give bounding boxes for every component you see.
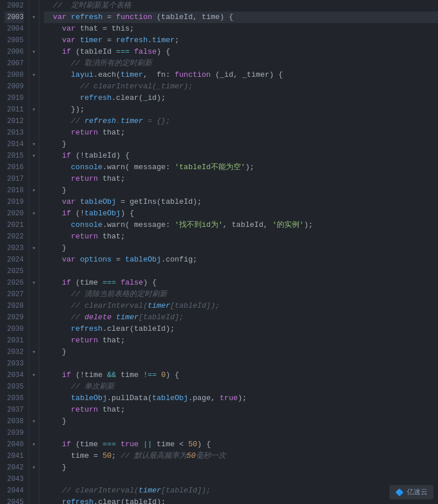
line-number: 2005	[5, 35, 24, 46]
line-number: 2025	[5, 266, 24, 277]
line-number: 2004	[5, 23, 24, 35]
gutter-cell	[29, 92, 39, 104]
gutter: ▾▾▾▾▾▾▾▾▾▾▾▾▾▾▾▾▾▾▾▾	[29, 0, 39, 504]
fold-icon[interactable]: ▾	[29, 69, 39, 81]
fold-icon[interactable]: ▾	[29, 12, 39, 23]
code-line: var that = this;	[44, 23, 438, 35]
gutter-cell	[29, 323, 39, 335]
gutter-cell	[29, 404, 39, 416]
code-lines: // 定时刷新某个表格 var refresh = function (tabl…	[39, 0, 438, 504]
line-number: 2031	[5, 335, 24, 346]
gutter-cell	[29, 381, 39, 393]
line-number: 2041	[5, 450, 24, 462]
code-line: // refresh.timer = {};	[44, 115, 438, 127]
gutter-cell	[29, 162, 39, 173]
fold-icon[interactable]: ▾	[29, 139, 39, 150]
fold-icon[interactable]: ▾	[29, 439, 39, 450]
line-number: 2032	[5, 346, 24, 358]
line-number: 2021	[5, 219, 24, 231]
fold-icon[interactable]: ▾	[29, 104, 39, 115]
code-line: if (!tableId) {	[44, 150, 438, 162]
code-line: if (tableId === false) {	[44, 46, 438, 58]
code-line: refresh.clear(_id);	[44, 92, 438, 104]
gutter-cell	[29, 485, 39, 496]
code-line	[44, 266, 438, 277]
code-editor: 2002200320042005200620072008200920102011…	[0, 0, 438, 504]
line-number: 2045	[5, 496, 24, 504]
code-line: }	[44, 416, 438, 427]
line-number: 2042	[5, 462, 24, 473]
line-number: 2002	[5, 0, 24, 12]
fold-icon[interactable]: ▾	[29, 416, 39, 427]
gutter-cell	[29, 219, 39, 231]
line-number: 2023	[5, 242, 24, 254]
line-number: 2019	[5, 196, 24, 208]
line-number: 2024	[5, 254, 24, 266]
gutter-cell	[29, 289, 39, 300]
fold-icon[interactable]: ▾	[29, 277, 39, 289]
code-line: console.warn( message: '找不到id为', tableId…	[44, 219, 438, 231]
line-number: 2043	[5, 473, 24, 485]
gutter-cell	[29, 450, 39, 462]
line-number: 2039	[5, 427, 24, 439]
code-line: }	[44, 139, 438, 150]
code-line: return that;	[44, 231, 438, 242]
line-number: 2026	[5, 277, 24, 289]
code-line: // clearInterval(_timer);	[44, 81, 438, 92]
code-line: if (!tableObj) {	[44, 208, 438, 219]
code-line: var timer = refresh.timer;	[44, 35, 438, 46]
fold-icon[interactable]: ▾	[29, 242, 39, 254]
code-area: 2002200320042005200620072008200920102011…	[0, 0, 438, 504]
fold-icon[interactable]: ▾	[29, 208, 39, 219]
gutter-cell	[29, 427, 39, 439]
gutter-cell	[29, 312, 39, 323]
line-number: 2003	[5, 12, 24, 23]
gutter-cell	[29, 0, 39, 12]
gutter-cell	[29, 115, 39, 127]
line-number: 2006	[5, 46, 24, 58]
gutter-cell	[29, 81, 39, 92]
gutter-cell	[29, 196, 39, 208]
code-line	[44, 358, 438, 369]
gutter-cell	[29, 173, 39, 185]
gutter-cell	[29, 231, 39, 242]
line-numbers: 2002200320042005200620072008200920102011…	[0, 0, 29, 504]
watermark-icon: 🔷	[395, 488, 404, 496]
line-number: 2027	[5, 289, 24, 300]
code-line	[44, 427, 438, 439]
line-number: 2030	[5, 323, 24, 335]
code-line: refresh.clear(tableId);	[44, 323, 438, 335]
line-number: 2014	[5, 139, 24, 150]
gutter-cell	[29, 393, 39, 404]
watermark: 🔷 亿速云	[389, 485, 433, 499]
line-number: 2018	[5, 185, 24, 196]
line-number: 2035	[5, 381, 24, 393]
line-number: 2036	[5, 393, 24, 404]
line-number: 2044	[5, 485, 24, 496]
fold-icon[interactable]: ▾	[29, 185, 39, 196]
code-line: }	[44, 346, 438, 358]
line-number: 2034	[5, 369, 24, 381]
code-line: refresh.clear(tableId);	[44, 496, 438, 504]
fold-icon[interactable]: ▾	[29, 369, 39, 381]
code-line: return that;	[44, 404, 438, 416]
fold-icon[interactable]: ▾	[29, 346, 39, 358]
line-number: 2008	[5, 69, 24, 81]
fold-icon[interactable]: ▾	[29, 462, 39, 473]
line-number: 2038	[5, 416, 24, 427]
code-line: // 清除当前表格的定时刷新	[44, 289, 438, 300]
code-line: var options = tableObj.config;	[44, 254, 438, 266]
line-number: 2011	[5, 104, 24, 115]
fold-icon[interactable]: ▾	[29, 150, 39, 162]
gutter-cell	[29, 300, 39, 312]
watermark-text: 亿速云	[407, 487, 428, 497]
code-line: // clearInterval(timer[tableId]);	[44, 485, 438, 496]
line-number: 2022	[5, 231, 24, 242]
fold-icon[interactable]: ▾	[29, 46, 39, 58]
code-line: }	[44, 242, 438, 254]
code-line: // clearInterval(timer[tableId]);	[44, 300, 438, 312]
code-line: }	[44, 462, 438, 473]
line-number: 2012	[5, 115, 24, 127]
gutter-cell	[29, 35, 39, 46]
code-line: var refresh = function (tableId, time) {	[44, 12, 438, 23]
